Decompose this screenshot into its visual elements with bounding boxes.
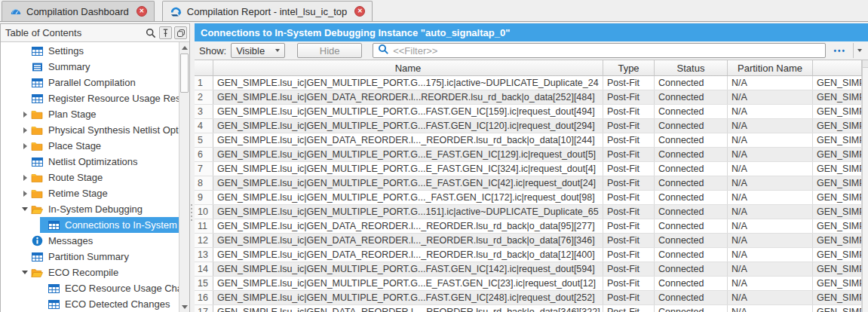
more-options-button[interactable]: ••• [833,47,846,55]
cell-type: Post-Fit [603,277,655,290]
table-row[interactable]: 1GEN_SIMPLE.lsu_ic|GEN_MULTIPLE_PORT.G..… [195,76,862,90]
show-filter-dropdown[interactable]: Visible [231,43,285,58]
chevron-right-icon[interactable] [19,106,31,122]
column-header-extra[interactable] [813,60,862,75]
cell-status: Connected [655,262,728,276]
sidebar-item-label: Settings [48,45,84,57]
chevron-right-icon[interactable] [19,138,31,154]
cell-partition: N/A [728,277,813,290]
pin-icon[interactable] [159,26,172,39]
table-row[interactable]: 17GEN_SIMPLE.lsu_ic|GEN_DATA_REORDER.l..… [195,305,862,312]
column-header-name[interactable]: Name [213,60,603,75]
scroll-down-icon[interactable] [179,301,189,312]
connections-table: NameTypeStatusPartition Name 1GEN_SIMPLE… [195,60,868,312]
tab-compilation-report[interactable]: Compilation Report - intel_lsu_ic_top ✕ [162,1,373,21]
table-row[interactable]: 13GEN_SIMPLE.lsu_ic|GEN_DATA_REORDER.l..… [195,248,862,262]
scroll-up-icon[interactable] [179,42,189,53]
sidebar-item-physical-synthesis-netlist-opti[interactable]: Physical Synthesis Netlist Opti [1,122,179,138]
sidebar-item-eco-detected-changes[interactable]: ECO Detected Changes [1,296,179,312]
table-row[interactable]: 3GEN_SIMPLE.lsu_ic|GEN_MULTIPLE_PORT.G..… [195,105,862,119]
sidebar-item-eco-recompile[interactable]: ECO Recompile [1,265,179,280]
cell-partition: N/A [728,162,813,176]
cell-type: Post-Fit [603,76,655,90]
hide-button[interactable]: Hide [297,43,362,58]
column-header-status[interactable]: Status [655,60,728,75]
cell-status: Connected [655,277,728,290]
cell-extra: GEN_SIMPl [813,234,862,247]
sidebar-item-plan-stage[interactable]: Plan Stage [1,106,179,122]
table-row[interactable]: 10GEN_SIMPLE.lsu_ic|GEN_MULTIPLE_PORT.G.… [195,205,862,219]
cell-partition: N/A [728,176,813,190]
column-header-partition-name[interactable]: Partition Name [728,60,813,75]
search-icon[interactable] [144,26,157,39]
sidebar-item-messages[interactable]: Messages [1,233,179,249]
table-body: 1GEN_SIMPLE.lsu_ic|GEN_MULTIPLE_PORT.G..… [195,76,862,312]
cell-partition: N/A [728,191,813,204]
row-number: 12 [195,234,213,247]
filter-input[interactable] [393,45,820,57]
row-number: 1 [195,76,213,90]
close-icon[interactable]: ✕ [354,6,365,17]
table-scroll-up-icon[interactable] [863,60,868,68]
sidebar-item-partition-summary[interactable]: Partition Summary [1,249,179,265]
cell-name: GEN_SIMPLE.lsu_ic|GEN_MULTIPLE_PORT.G...… [213,277,603,290]
float-window-icon[interactable] [174,26,187,39]
sidebar-item-summary[interactable]: Summary [1,59,179,75]
table-row[interactable]: 11GEN_SIMPLE.lsu_ic|GEN_DATA_REORDER.l..… [195,219,862,234]
report-toolbar: Show: Visible Hide ••• [195,41,868,60]
cell-type: Post-Fit [603,90,655,104]
sidebar-item-retime-stage[interactable]: Retime Stage [1,185,179,201]
cell-status: Connected [655,176,728,190]
table-icon [31,251,43,262]
table-row[interactable]: 9GEN_SIMPLE.lsu_ic|GEN_MULTIPLE_PORT.G..… [195,191,862,205]
table-row[interactable]: 15GEN_SIMPLE.lsu_ic|GEN_MULTIPLE_PORT.G.… [195,277,862,291]
chevron-right-icon[interactable] [19,122,31,138]
chevron-down-icon[interactable] [19,265,31,280]
table-row[interactable]: 2GEN_SIMPLE.lsu_ic|GEN_DATA_REORDER.l...… [195,90,862,105]
sidebar-item-connections-to-in-system[interactable]: Connections to In-System [1,217,179,233]
filter-box [373,43,826,58]
chevron-right-icon[interactable] [19,185,31,201]
chevron-right-icon[interactable] [19,170,31,185]
table-row[interactable]: 7GEN_SIMPLE.lsu_ic|GEN_MULTIPLE_PORT.G..… [195,162,862,176]
scrollbar-thumb[interactable] [180,54,189,93]
tab-compilation-dashboard[interactable]: Compilation Dashboard ✕ [2,1,155,21]
cell-partition: N/A [728,234,813,247]
cell-extra: GEN_SIMPl [813,277,862,290]
sidebar-item-netlist-optimizations[interactable]: Netlist Optimizations [1,154,179,170]
table-row[interactable]: 6GEN_SIMPLE.lsu_ic|GEN_MULTIPLE_PORT.G..… [195,148,862,162]
folder-icon [31,188,43,199]
sidebar-item-in-system-debugging[interactable]: In-System Debugging [1,201,179,217]
table-row[interactable]: 4GEN_SIMPLE.lsu_ic|GEN_MULTIPLE_PORT.G..… [195,119,862,133]
sidebar-item-label: Place Stage [48,140,101,151]
sidebar-item-route-stage[interactable]: Route Stage [1,170,179,185]
table-of-contents-header: Table of Contents [1,24,189,42]
tab-label: Compilation Dashboard [26,6,129,17]
cell-extra: GEN_SIMPl [813,133,862,147]
table-row[interactable]: 8GEN_SIMPLE.lsu_ic|GEN_MULTIPLE_PORT.G..… [195,176,862,191]
cell-status: Connected [655,148,728,161]
column-header-num[interactable] [195,60,213,75]
close-icon[interactable]: ✕ [136,6,147,17]
sidebar-item-place-stage[interactable]: Place Stage [1,138,179,154]
sidebar-item-label: Retime Stage [48,188,108,199]
cell-extra: GEN_SIMPl [813,76,862,90]
cell-name: GEN_SIMPLE.lsu_ic|GEN_MULTIPLE_PORT.G...… [213,119,603,133]
row-number: 11 [195,219,213,233]
sidebar-item-parallel-compilation[interactable]: Parallel Compilation [1,75,179,90]
table-scrollbar[interactable] [862,60,868,312]
column-header-type[interactable]: Type [603,60,655,75]
sidebar-item-eco-resource-usage-chan[interactable]: ECO Resource Usage Chan [1,280,179,296]
cell-status: Connected [655,162,728,176]
table-row[interactable]: 14GEN_SIMPLE.lsu_ic|GEN_MULTIPLE_PORT.G.… [195,262,862,277]
chevron-down-icon [275,49,280,52]
chevron-down-icon[interactable] [19,201,31,217]
sidebar-item-settings[interactable]: Settings [1,43,179,59]
table-of-contents-panel: Table of Contents SettingsSummaryParalle… [0,23,190,312]
sidebar-scrollbar[interactable] [179,42,189,312]
sidebar-item-register-resource-usage-restri[interactable]: Register Resource Usage Restri [1,90,179,106]
table-row[interactable]: 12GEN_SIMPLE.lsu_ic|GEN_DATA_REORDER.l..… [195,234,862,248]
table-row[interactable]: 5GEN_SIMPLE.lsu_ic|GEN_DATA_REORDER.l...… [195,133,862,148]
table-row[interactable]: 16GEN_SIMPLE.lsu_ic|GEN_MULTIPLE_PORT.G.… [195,291,862,305]
toolbar-chevron-down-icon[interactable] [854,43,866,58]
